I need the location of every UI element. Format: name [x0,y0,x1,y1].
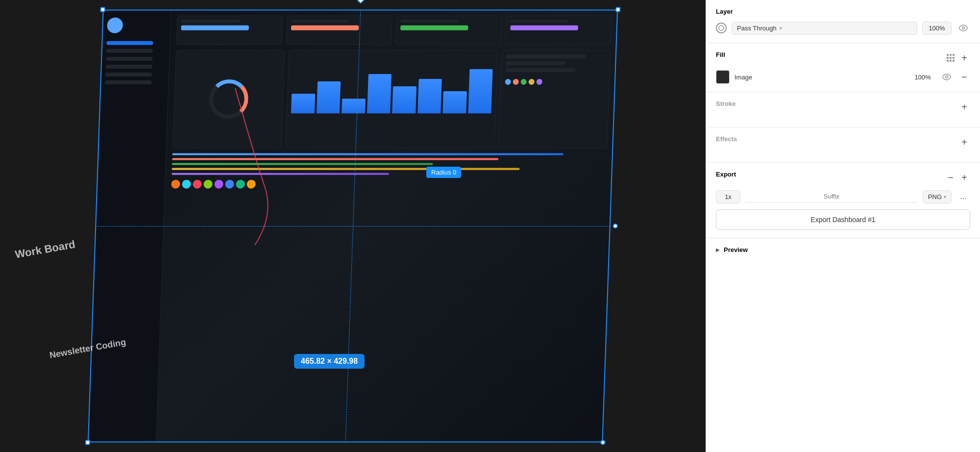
stroke-add-button[interactable]: + [958,101,970,113]
layer-section: Layer Pass Through ▾ [706,0,980,43]
export-more-button[interactable]: ... [956,190,970,203]
layer-visibility-icon[interactable] [956,21,970,35]
fill-type-label: Image [735,74,906,81]
preview-header[interactable]: ▶ Preview [716,246,970,253]
chart-card-right [498,50,611,149]
nav-item-1 [106,41,153,45]
sidebar-logo [107,18,123,33]
effects-section: Effects + [706,127,980,163]
chart-area [172,50,611,149]
stroke-section: Stroke + [706,92,980,127]
stroke-section-header: Stroke + [716,100,970,113]
color-bar-4 [172,168,519,170]
color-bar-3 [172,163,433,165]
preview-section-title: Preview [724,246,748,253]
layer-blend-icon [716,23,727,33]
handle-top-left[interactable] [100,7,105,12]
bar-2 [316,81,341,113]
work-board-label: Work Board [14,238,76,261]
bar-3 [342,99,366,113]
export-main-button[interactable]: Export Dashboard #1 [716,209,970,230]
color-bars-area [172,153,607,175]
stat-value-1 [181,25,249,30]
export-section-title: Export [716,171,736,178]
chart-card-bars [285,50,498,149]
nav-item-2 [106,49,153,53]
bar-8 [468,69,493,113]
fill-add-button[interactable]: + [958,52,970,64]
export-header-actions: − + [945,172,970,183]
chart-right-label-1 [506,54,586,58]
blend-mode-button[interactable]: Pass Through ▾ [732,22,917,35]
dot-blue [505,79,511,85]
handle-top-center[interactable] [357,0,365,4]
dot-green [521,79,527,85]
fill-header-actions: + [947,52,970,64]
export-section-header: Export − + [716,171,970,184]
svg-point-2 [946,76,948,78]
size-tooltip: 465.82 × 429.98 [294,354,365,369]
dot-purple [537,79,542,85]
opacity-input[interactable] [922,22,952,35]
export-scale-input[interactable] [716,190,740,203]
bar-7 [442,91,466,113]
canvas-area: Radius 0 465.82 × 429.98 Work Board News… [0,0,706,452]
canvas-image: Radius 0 465.82 × 429.98 Work Board News… [0,0,706,452]
color-bar-2 [172,158,498,160]
nav-item-3 [106,57,153,61]
stat-card-3 [395,16,502,45]
export-suffix-input[interactable] [745,190,918,203]
avatar-1 [171,180,180,189]
layer-row: Pass Through ▾ [716,21,970,35]
radius-tooltip: Radius 0 [426,167,461,178]
export-add-button[interactable]: + [958,172,970,183]
bar-6 [417,79,442,113]
effects-add-button[interactable]: + [958,136,970,148]
fill-section: Fill + Image 100% [706,43,980,92]
dashboard-main [156,10,618,443]
avatar-4 [203,180,213,189]
color-bar-1 [172,153,564,155]
handle-mid-right[interactable] [613,224,618,228]
handle-bottom-right[interactable] [600,440,605,445]
stat-value-3 [400,25,468,30]
svg-point-0 [719,25,724,30]
color-bar-5 [172,173,389,175]
chart-bars [291,54,493,113]
stat-label-4 [510,20,568,23]
fill-remove-button[interactable]: − [958,71,970,83]
chart-right-label-3 [505,68,575,72]
chart-right-label-2 [506,61,566,65]
avatar-3 [193,180,202,189]
dashboard-bg [88,10,618,443]
stat-label-1 [181,20,240,23]
fill-section-title: Fill [716,51,725,58]
grid-dots-icon[interactable] [947,54,955,62]
export-remove-button[interactable]: − [945,172,956,183]
nav-item-4 [106,65,153,69]
effects-section-header: Effects + [716,135,970,149]
export-item-row: PNG ▾ ... [716,190,970,203]
export-section: Export − + PNG ▾ ... Export Dashboard #1 [706,163,980,238]
fill-visibility-icon[interactable] [940,70,954,84]
blend-mode-chevron: ▾ [780,25,782,31]
layer-section-title: Layer [716,8,970,15]
preview-section: ▶ Preview [706,238,980,261]
avatar-2 [182,180,191,189]
avatar-dots-area [171,180,606,189]
chart-card-circle [172,50,285,149]
avatar-5 [214,180,223,189]
fill-color-swatch[interactable] [716,70,730,84]
avatar-7 [236,180,245,189]
stat-card-2 [286,16,392,45]
handle-bottom-left[interactable] [85,440,90,445]
nav-item-5 [105,73,152,76]
dashboard-mockup [88,10,618,443]
right-panel: Layer Pass Through ▾ Fill [706,0,980,452]
bar-5 [392,86,416,113]
handle-top-right[interactable] [615,7,620,12]
avatar-6 [225,180,234,189]
stat-label-3 [401,20,459,23]
export-format-button[interactable]: PNG ▾ [923,190,952,203]
chart-right-dots [505,79,605,85]
